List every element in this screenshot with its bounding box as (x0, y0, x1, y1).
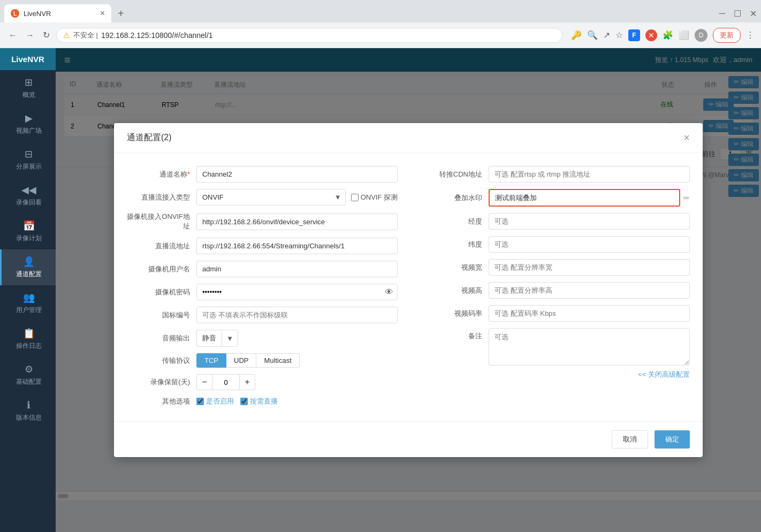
channel-name-input[interactable] (196, 166, 398, 183)
video-width-input[interactable] (489, 259, 690, 276)
stepper-plus-btn[interactable]: + (239, 374, 255, 390)
video-bitrate-input[interactable] (489, 305, 690, 322)
proto-udp-btn[interactable]: UDP (226, 353, 256, 368)
channel-name-label: 通道名称* (127, 170, 196, 179)
share-icon[interactable]: ↗ (603, 30, 610, 40)
sidebar-item-version[interactable]: ℹ 版本信息 (0, 393, 56, 429)
enable-checkbox[interactable] (196, 398, 204, 405)
proto-tcp-btn[interactable]: TCP (196, 353, 226, 368)
sidebar-label-user: 用户管理 (16, 306, 42, 315)
latitude-label: 纬度 (419, 240, 489, 249)
password-wrapper: 👁 (196, 284, 398, 300)
sidebar-label-overview: 概览 (22, 90, 35, 100)
menu-icon[interactable]: ⋮ (746, 30, 755, 40)
sidebar-item-channel[interactable]: 👤 通道配置 (0, 249, 56, 285)
content-area: ≡ 预览 ↑ 1.015 Mbps 欢迎，admin ID 通道名称 直播流类型… (56, 48, 761, 532)
window-icon[interactable]: ⬜ (679, 30, 689, 40)
longitude-row: 经度 (419, 213, 690, 230)
watermark-input[interactable] (489, 189, 680, 207)
onvif-probe-checkbox[interactable] (351, 194, 359, 201)
cancel-btn[interactable]: 取消 (612, 430, 648, 449)
sidebar-label-schedule: 录像计划 (16, 234, 42, 243)
minimize-btn[interactable]: ─ (719, 9, 725, 18)
security-warning-icon: ⚠ (63, 31, 70, 40)
sidebar-item-user[interactable]: 👥 用户管理 (0, 285, 56, 321)
channel-config-modal: 通道配置(2) × 通道名称* (114, 123, 703, 457)
sidebar-item-schedule[interactable]: 📅 录像计划 (0, 214, 56, 249)
key-icon: 🔑 (571, 30, 582, 40)
tab-bar: LiveNVR × + ─ ☐ ✕ (0, 0, 761, 22)
bookmark-icon[interactable]: ☆ (615, 30, 623, 40)
nav-bar: ← → ↻ ⚠ 不安全 | 192.168.2.125:10800/#/chan… (0, 22, 761, 48)
sidebar-label-video: 视频广场 (16, 126, 42, 135)
camera-user-input[interactable] (196, 261, 398, 277)
protocol-label: 传输协议 (127, 356, 196, 366)
proto-multicast-btn[interactable]: Multicast (256, 353, 299, 368)
forward-btn[interactable]: → (24, 28, 36, 42)
audio-select[interactable]: 静音 ▼ (196, 330, 238, 347)
onvif-probe-check[interactable]: ONVIF 探测 (351, 193, 398, 202)
search-icon[interactable]: 🔍 (587, 30, 598, 40)
sidebar-item-oplog[interactable]: 📋 操作日志 (0, 321, 56, 357)
sidebar-item-playback[interactable]: ◀◀ 录像回看 (0, 178, 56, 214)
close-extension-icon[interactable]: ✕ (645, 29, 657, 41)
extensions-icon[interactable]: 🧩 (663, 30, 673, 40)
national-input[interactable] (196, 307, 398, 323)
video-bitrate-row: 视频码率 (419, 305, 690, 322)
modal-body: 通道名称* 直播流接入类型 ONVIF RTSP (114, 153, 703, 421)
sidebar-logo: LiveNVR (0, 48, 56, 70)
schedule-icon: 📅 (23, 220, 35, 232)
tab-close-btn[interactable]: × (100, 9, 105, 18)
longitude-input[interactable] (489, 213, 690, 230)
close-btn[interactable]: ✕ (750, 9, 757, 19)
cdn-input[interactable] (489, 166, 690, 183)
enable-check[interactable]: 是否启用 (196, 397, 234, 406)
refresh-btn[interactable]: ↻ (41, 28, 52, 42)
stepper-input[interactable] (212, 374, 239, 390)
browser-chrome: LiveNVR × + ─ ☐ ✕ ← → ↻ ⚠ 不安全 | 192.168.… (0, 0, 761, 48)
sidebar-item-overview[interactable]: ⊞ 概览 (0, 70, 56, 106)
other-options: 是否启用 按需直播 (196, 397, 278, 406)
channel-name-row: 通道名称* (127, 166, 398, 183)
avatar-icon[interactable]: D (695, 29, 707, 42)
watermark-row: 叠加水印 ✏ (419, 189, 690, 207)
url-display[interactable]: 192.168.2.125:10800/#/channel/1 (101, 31, 555, 40)
collapse-link[interactable]: << 关闭高级配置 (419, 370, 690, 379)
browser-tab[interactable]: LiveNVR × (4, 4, 111, 22)
new-tab-btn[interactable]: + (113, 7, 128, 20)
on-demand-checkbox[interactable] (240, 398, 248, 405)
update-btn[interactable]: 更新 (713, 28, 741, 43)
sidebar-item-video[interactable]: ▶ 视频广场 (0, 106, 56, 142)
app: LiveNVR ⊞ 概览 ▶ 视频广场 ⊟ 分屏展示 ◀◀ 录像回看 📅 录像计… (0, 48, 761, 532)
on-demand-check[interactable]: 按需直播 (240, 397, 278, 406)
password-eye-icon[interactable]: 👁 (385, 287, 393, 297)
camera-onvif-input[interactable] (196, 214, 398, 230)
maximize-btn[interactable]: ☐ (734, 9, 741, 19)
video-height-label: 视频高 (419, 286, 489, 295)
modal-overlay: 通道配置(2) × 通道名称* (56, 48, 761, 532)
sidebar-item-split[interactable]: ⊟ 分屏展示 (0, 142, 56, 178)
stream-type-select[interactable]: ONVIF RTSP (196, 189, 346, 206)
fb-extension-icon[interactable]: F (628, 29, 640, 41)
audio-dropdown-btn[interactable]: ▼ (222, 331, 238, 346)
modal-right-column: 转推CDN地址 叠加水印 ✏ 经 (419, 166, 690, 408)
stream-url-input[interactable] (196, 238, 398, 254)
video-icon: ▶ (25, 112, 33, 124)
collapse-link-wrapper: << 关闭高级配置 (419, 370, 690, 379)
watermark-edit-icon[interactable]: ✏ (683, 194, 690, 202)
modal-close-btn[interactable]: × (683, 132, 690, 144)
stream-type-label: 直播流接入类型 (127, 193, 196, 202)
tab-title: LiveNVR (24, 10, 96, 18)
camera-pass-input[interactable] (196, 284, 398, 300)
address-bar[interactable]: ⚠ 不安全 | 192.168.2.125:10800/#/channel/1 (56, 28, 562, 43)
video-width-label: 视频宽 (419, 263, 489, 272)
remark-textarea[interactable] (489, 328, 690, 366)
audio-label: 音频输出 (127, 333, 196, 343)
latitude-input[interactable] (489, 236, 690, 253)
stepper-minus-btn[interactable]: − (196, 374, 212, 390)
sidebar-item-basic[interactable]: ⚙ 基础配置 (0, 357, 56, 393)
back-btn[interactable]: ← (6, 28, 19, 42)
video-height-input[interactable] (489, 282, 690, 299)
modal-left-column: 通道名称* 直播流接入类型 ONVIF RTSP (127, 166, 398, 408)
confirm-btn[interactable]: 确定 (655, 430, 690, 449)
